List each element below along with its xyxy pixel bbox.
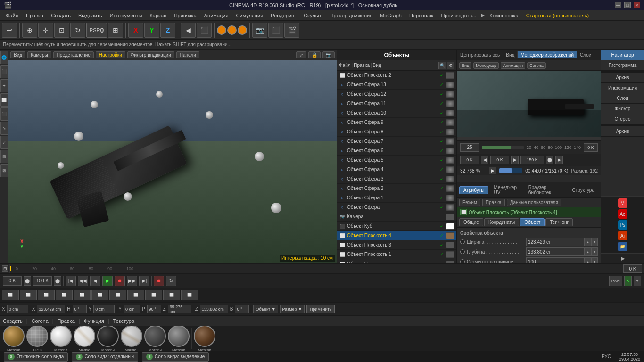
pb-start-spin[interactable]: ⬤: [24, 276, 31, 286]
prop-spin-segw-up[interactable]: ▲: [585, 257, 591, 263]
pos-apply-btn[interactable]: Применить: [306, 305, 335, 313]
color-circle-2[interactable]: [227, 25, 237, 35]
folder-icon[interactable]: 📁: [618, 242, 627, 251]
mat-texture-label[interactable]: Текстура: [113, 318, 134, 324]
menu-snap[interactable]: Привязка: [170, 12, 200, 19]
vt-expand[interactable]: ⤢: [296, 51, 306, 58]
tl-frame-display[interactable]: 0 K: [623, 264, 642, 273]
prop-input-segw[interactable]: 100: [526, 257, 585, 263]
vt-lock[interactable]: 🔒: [308, 51, 321, 58]
pb-end-frame[interactable]: 150 K: [33, 276, 52, 286]
pb-record[interactable]: ⏺: [115, 276, 125, 286]
ch-btn-11[interactable]: ⬜: [181, 290, 198, 300]
vt-filter[interactable]: Фильтр индикации: [127, 51, 174, 58]
menu-production[interactable]: Производств...: [437, 12, 480, 19]
render-next-btn[interactable]: ▶: [511, 156, 519, 164]
pb-key[interactable]: K: [624, 276, 632, 286]
color-circle-3[interactable]: [238, 25, 247, 35]
attr-tab-uv[interactable]: Менеджер UV: [489, 183, 523, 197]
obj-item-sphere6[interactable]: ○ Объект Сфера.6 ✓: [337, 146, 456, 156]
obj-item-camera[interactable]: 📷 Камера: [337, 212, 456, 222]
sub-corona-btn[interactable]: Corona: [527, 62, 546, 69]
nav-btn-stereo[interactable]: Стерео: [601, 114, 644, 124]
obj-item-sphere[interactable]: ○ Объект Сфера ✓: [337, 203, 456, 212]
obj-search-icon[interactable]: 🔍: [438, 62, 446, 69]
vt-view[interactable]: Вид: [10, 51, 25, 58]
mat-item-3[interactable]: Матери: [50, 326, 72, 351]
vt-panels[interactable]: Панели: [176, 51, 199, 58]
ch-btn-1[interactable]: ⬜: [2, 290, 19, 300]
vt-cameras[interactable]: Камеры: [27, 51, 51, 58]
close-button[interactable]: ✕: [634, 2, 640, 8]
menu-render[interactable]: Рендеринг: [267, 12, 300, 19]
vl-btn-8[interactable]: ⊞: [0, 150, 8, 163]
sub-view-btn[interactable]: Вид: [459, 62, 471, 69]
mat-item-1[interactable]: Матери: [3, 326, 25, 351]
obj-tb-edit[interactable]: Правка: [354, 63, 370, 68]
pos-h-val[interactable]: 0 °: [73, 305, 87, 313]
ai-icon[interactable]: Ai: [618, 231, 627, 240]
menu-create[interactable]: Создать: [47, 12, 74, 19]
aot-coords[interactable]: Координаты: [484, 218, 519, 226]
sub-manager-btn[interactable]: Менеджер: [473, 62, 499, 69]
tab-view[interactable]: Вид: [503, 51, 518, 58]
render-scrollbar[interactable]: [457, 137, 601, 140]
ch-btn-8[interactable]: ⬜: [127, 290, 144, 300]
obj-item-sphere12[interactable]: ○ Объект Сфера.12 ✓: [337, 90, 456, 99]
ps-icon[interactable]: Ps: [618, 220, 627, 230]
ch-btn-7[interactable]: ⬜: [109, 290, 126, 300]
render-frame-input[interactable]: 0 K: [460, 156, 479, 164]
mat-corona-label[interactable]: Corona: [32, 318, 49, 324]
prop-spin-segw-dn[interactable]: ▼: [591, 257, 598, 263]
mat-edit-label[interactable]: Правка: [58, 318, 75, 324]
color-circle-1[interactable]: [217, 25, 226, 35]
menu-wireframe[interactable]: Каркас: [146, 12, 170, 19]
mat-item-8[interactable]: Матери: [168, 326, 190, 351]
obj-item-sphere10[interactable]: ○ Объект Сфера.10 ✓: [337, 108, 456, 118]
mat-item-2[interactable]: Tile 3: [26, 326, 48, 351]
menu-mograph[interactable]: MoGraph: [376, 12, 405, 19]
vt-settings[interactable]: Настройки: [96, 51, 125, 58]
pb-last[interactable]: ▶|: [139, 276, 149, 286]
obj-item-sphere1[interactable]: ○ Объект Сфера.1 ✓: [337, 193, 456, 203]
prop-radio-depth[interactable]: [460, 249, 465, 254]
vl-btn-1[interactable]: 🌐: [0, 51, 8, 64]
ch-btn-4[interactable]: ⬜: [56, 290, 73, 300]
obj-item-plane2[interactable]: ⬜ Объект Плоскость.2 ✓: [337, 71, 456, 80]
vl-btn-5[interactable]: ⬛: [0, 107, 8, 121]
scale-tool[interactable]: ⊡: [54, 23, 69, 38]
menu-sculpt[interactable]: Скульпт: [300, 12, 327, 19]
attr-mode-btn-userdata[interactable]: Данные пользователя: [507, 199, 561, 206]
tab-img-manager[interactable]: Менеджер изображений: [518, 51, 577, 58]
mat-item-5[interactable]: Матери: [97, 326, 119, 351]
viewport-3d[interactable]: X Y Интервал кадра : 10 см: [8, 60, 337, 263]
obj-item-sphere3[interactable]: ○ Объект Сфера.3 ✓: [337, 174, 456, 184]
pb-psr-btn[interactable]: PSR: [609, 276, 622, 286]
prop-spin-depth-up[interactable]: ▲: [585, 247, 591, 256]
nav-btn-archive[interactable]: Архив: [601, 73, 644, 83]
render-end-spin[interactable]: ⬤: [546, 156, 553, 164]
render-btn[interactable]: 📷: [252, 23, 267, 38]
aot-general[interactable]: Общие: [459, 218, 483, 226]
next-object[interactable]: ⬛: [197, 23, 212, 38]
obj-item-sphere8[interactable]: ○ Объект Сфера.8 ✓: [337, 127, 456, 137]
menu-file[interactable]: Файл: [2, 12, 22, 19]
prev-object[interactable]: ◀: [181, 23, 196, 38]
vl-btn-3[interactable]: ✦: [0, 79, 8, 92]
render-prev-btn[interactable]: ◀: [481, 156, 488, 164]
aot-phong[interactable]: Тег Фонг: [545, 218, 573, 226]
render-play-btn[interactable]: ▶: [555, 156, 563, 164]
obj-tb-file[interactable]: Файл: [339, 63, 351, 68]
tab-layers[interactable]: Слои: [577, 51, 594, 58]
prop-spin-width-up[interactable]: ▲: [585, 238, 591, 246]
progress-icon[interactable]: ▶: [489, 167, 496, 174]
attr-tab-attrs[interactable]: Атрибуты: [459, 186, 488, 194]
sb-solo-select[interactable]: S Соло вида: выделение: [142, 352, 209, 362]
ae-icon[interactable]: Ae: [618, 209, 627, 219]
y-axis[interactable]: Y: [144, 23, 159, 38]
render-region-btn[interactable]: ⬛: [268, 23, 283, 38]
menu-tracker[interactable]: Трекер движения: [327, 12, 376, 19]
menu-startup[interactable]: Стартовая (пользователь): [522, 12, 593, 19]
obj-item-plane1[interactable]: ⬜ Объект Плоскость.1 ✓: [337, 250, 456, 259]
pos-size-type[interactable]: Размер ▼: [280, 305, 305, 313]
